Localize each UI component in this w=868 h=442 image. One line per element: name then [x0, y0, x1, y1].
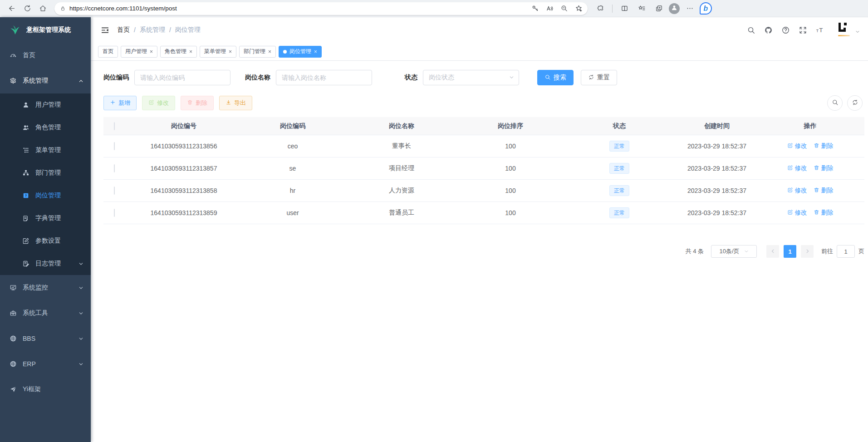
row-delete-link[interactable]: 删除	[814, 164, 834, 172]
post-code-input[interactable]	[134, 70, 230, 85]
favorite-add-icon[interactable]	[572, 2, 585, 15]
row-checkbox[interactable]	[114, 209, 115, 217]
reset-button[interactable]: 重置	[581, 70, 617, 85]
key-icon[interactable]	[529, 2, 541, 15]
user-avatar[interactable]	[836, 22, 852, 38]
breadcrumb: 首页 / 系统管理 / 岗位管理	[117, 26, 201, 34]
sidebar-item-系统管理[interactable]: 系统管理	[0, 68, 91, 93]
status-cell: 正常	[561, 207, 678, 218]
user-icon	[22, 101, 30, 109]
sidebar-item-字典管理[interactable]: 字典管理	[0, 207, 91, 230]
url-text[interactable]: https://ccnetcore.com:1101/system/post	[69, 5, 525, 12]
address-bar[interactable]: https://ccnetcore.com:1101/system/post	[54, 2, 588, 15]
sidebar-item-岗位管理[interactable]: 岗位管理	[0, 184, 91, 207]
delete-button[interactable]: 删除	[181, 96, 214, 110]
post-code-cell: hr	[242, 187, 343, 194]
row-edit-link[interactable]: 修改	[787, 164, 807, 172]
trash-icon	[814, 142, 819, 150]
page-size-select[interactable]: 10条/页	[711, 245, 757, 258]
sidebar-item-角色管理[interactable]: 角色管理	[0, 116, 91, 139]
tab-菜单管理[interactable]: 菜单管理×	[200, 46, 236, 58]
row-edit-link[interactable]: 修改	[787, 142, 807, 150]
chevron-down-icon[interactable]	[855, 29, 860, 34]
row-delete-link[interactable]: 删除	[814, 187, 834, 195]
tab-首页[interactable]: 首页	[98, 46, 118, 58]
breadcrumb-system[interactable]: 系统管理	[140, 26, 165, 34]
profile-avatar[interactable]	[669, 3, 680, 14]
row-checkbox[interactable]	[114, 187, 115, 195]
favorites-bar-icon[interactable]	[634, 2, 649, 15]
home-icon[interactable]	[35, 2, 50, 15]
chevron-down-icon	[78, 311, 83, 316]
sidebar-item-参数设置[interactable]: 参数设置	[0, 230, 91, 252]
sidebar-item-yi框架[interactable]: Yi框架	[0, 377, 91, 402]
copilot-icon[interactable]: b	[700, 2, 712, 15]
next-page-button[interactable]	[801, 245, 814, 258]
tab-岗位管理[interactable]: 岗位管理×	[279, 46, 322, 58]
more-icon[interactable]	[682, 2, 697, 15]
sidebar-item-部门管理[interactable]: 部门管理	[0, 162, 91, 184]
post-code-cell: se	[242, 165, 343, 172]
page-number-button[interactable]: 1	[784, 245, 796, 258]
row-delete-link[interactable]: 删除	[814, 142, 834, 150]
close-icon[interactable]: ×	[314, 49, 317, 54]
row-checkbox[interactable]	[114, 142, 115, 150]
close-icon[interactable]: ×	[150, 49, 153, 54]
help-icon[interactable]	[778, 23, 793, 37]
sidebar-fold-icon[interactable]	[97, 22, 113, 38]
fullscreen-icon[interactable]	[795, 23, 810, 37]
read-aloud-icon[interactable]	[543, 2, 556, 15]
row-checkbox[interactable]	[114, 164, 115, 172]
sidebar-item-erp[interactable]: ERP	[0, 351, 91, 377]
search-icon[interactable]	[744, 23, 758, 37]
refresh-table-button[interactable]	[847, 95, 863, 111]
zoom-out-icon[interactable]	[558, 2, 570, 15]
sidebar-item-label: 角色管理	[35, 123, 61, 132]
tab-用户管理[interactable]: 用户管理×	[121, 46, 157, 58]
text-size-icon[interactable]: TT	[813, 23, 827, 37]
status-cell: 正常	[561, 141, 678, 152]
toolbox-icon	[9, 309, 17, 317]
sidebar-menu: 首页系统管理用户管理角色管理菜单管理部门管理岗位管理字典管理参数设置日志管理系统…	[0, 43, 91, 402]
extensions-icon[interactable]	[593, 2, 608, 15]
toggle-search-button[interactable]	[827, 95, 843, 111]
github-icon[interactable]	[761, 23, 775, 37]
sidebar-item-菜单管理[interactable]: 菜单管理	[0, 139, 91, 162]
app-logo[interactable]: 意框架管理系统	[0, 17, 91, 43]
sidebar-item-bbs[interactable]: BBS	[0, 326, 91, 351]
close-icon[interactable]: ×	[189, 49, 192, 54]
sidebar-item-label: 系统工具	[23, 309, 48, 317]
dashboard-icon	[9, 51, 17, 59]
close-icon[interactable]: ×	[268, 49, 271, 54]
export-button[interactable]: 导出	[219, 96, 252, 110]
collections-icon[interactable]	[652, 2, 666, 15]
sidebar-item-用户管理[interactable]: 用户管理	[0, 93, 91, 116]
breadcrumb-home[interactable]: 首页	[117, 26, 130, 34]
sidebar-item-label: Yi框架	[23, 385, 41, 393]
prev-page-button[interactable]	[766, 245, 779, 258]
tab-部门管理[interactable]: 部门管理×	[239, 46, 276, 58]
edit-button[interactable]: 修改	[142, 96, 175, 110]
sidebar-item-日志管理[interactable]: 日志管理	[0, 252, 91, 275]
post-name-input[interactable]	[276, 70, 372, 85]
post-code-cell: user	[242, 209, 343, 216]
post-id-cell: 1641030593112313858	[125, 187, 242, 194]
add-button[interactable]: 新增	[103, 96, 137, 110]
status-select[interactable]: 岗位状态	[423, 70, 519, 85]
sidebar-item-系统监控[interactable]: 系统监控	[0, 275, 91, 300]
sidebar-item-系统工具[interactable]: 系统工具	[0, 300, 91, 326]
row-delete-link[interactable]: 删除	[814, 209, 834, 217]
tab-角色管理[interactable]: 角色管理×	[160, 46, 197, 58]
split-screen-icon[interactable]	[617, 2, 632, 15]
sidebar-item-首页[interactable]: 首页	[0, 43, 91, 68]
goto-page-input[interactable]	[837, 245, 855, 258]
back-icon[interactable]	[5, 2, 19, 15]
refresh-icon[interactable]	[20, 2, 34, 15]
select-all-checkbox[interactable]	[114, 122, 115, 130]
status-cell: 正常	[561, 163, 678, 174]
row-edit-link[interactable]: 修改	[787, 187, 807, 195]
row-edit-link[interactable]: 修改	[787, 209, 807, 217]
search-button[interactable]: 搜索	[537, 70, 574, 85]
column-header: 岗位编号	[125, 122, 242, 130]
close-icon[interactable]: ×	[229, 49, 232, 54]
